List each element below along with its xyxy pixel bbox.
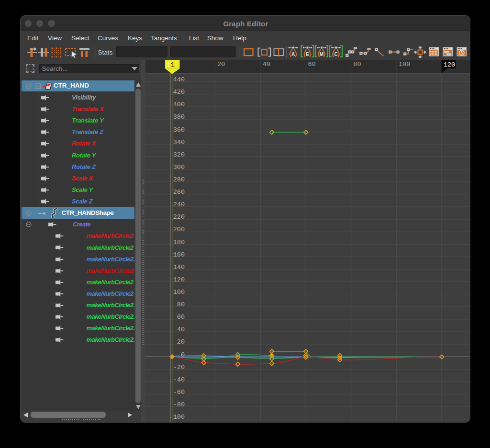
svg-text:420: 420	[173, 89, 185, 96]
svg-text:60: 60	[308, 61, 316, 68]
svg-text:100: 100	[399, 61, 410, 68]
svg-text:20: 20	[177, 338, 185, 346]
svg-text:-60: -60	[173, 389, 185, 396]
svg-text:320: 320	[173, 151, 185, 158]
svg-text:280: 280	[173, 176, 185, 183]
svg-text:100: 100	[173, 289, 185, 296]
svg-text:80: 80	[177, 301, 185, 308]
svg-text:200: 200	[173, 226, 185, 233]
svg-text:M: M	[320, 52, 323, 57]
svg-text:1: 1	[167, 61, 170, 68]
svg-text:-100: -100	[169, 414, 185, 421]
svg-text:360: 360	[173, 126, 185, 134]
svg-text:-20: -20	[173, 364, 185, 371]
svg-text:140: 140	[173, 264, 185, 271]
svg-text:1: 1	[171, 61, 175, 69]
svg-text:A: A	[291, 52, 295, 57]
svg-text:40: 40	[177, 326, 185, 333]
svg-text:40: 40	[263, 61, 270, 68]
svg-text:80: 80	[353, 61, 361, 68]
svg-text:260: 260	[173, 189, 185, 196]
svg-text:400: 400	[173, 101, 185, 108]
svg-text:160: 160	[173, 251, 185, 258]
svg-text:Stats: Stats	[98, 49, 113, 56]
svg-text:340: 340	[173, 139, 185, 146]
svg-text:440: 440	[173, 76, 185, 83]
svg-text:300: 300	[173, 164, 185, 171]
svg-text:-80: -80	[173, 401, 185, 408]
svg-text:C: C	[334, 52, 337, 57]
svg-text:20: 20	[217, 61, 225, 68]
svg-text:120: 120	[173, 276, 185, 283]
svg-text:380: 380	[173, 113, 185, 121]
svg-text:-40: -40	[173, 376, 185, 383]
svg-text:120: 120	[444, 61, 455, 68]
svg-text:240: 240	[173, 201, 185, 208]
svg-text:E: E	[306, 52, 309, 57]
svg-text:60: 60	[177, 314, 185, 321]
svg-text:220: 220	[173, 213, 185, 221]
svg-text:180: 180	[173, 239, 185, 246]
